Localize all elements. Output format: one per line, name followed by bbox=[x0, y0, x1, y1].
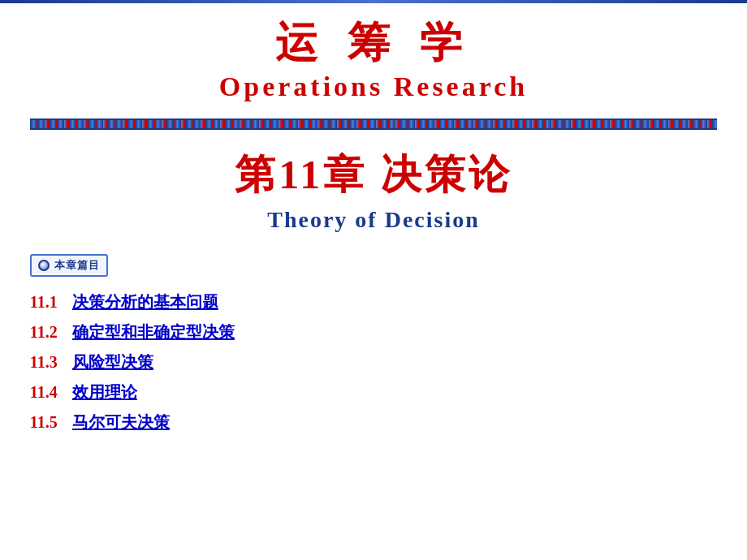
list-item[interactable]: 11.4 效用理论 bbox=[30, 381, 717, 403]
chapter-title-english: Theory of Decision bbox=[0, 207, 747, 233]
list-item[interactable]: 11.5 马尔可夫决策 bbox=[30, 411, 717, 433]
main-title-chinese: 运 筹 学 bbox=[0, 18, 747, 68]
badge-label: 本章篇目 bbox=[54, 258, 100, 273]
list-item[interactable]: 11.1 决策分析的基本问题 bbox=[30, 291, 717, 313]
toc-link-1[interactable]: 决策分析的基本问题 bbox=[72, 291, 218, 313]
slide-container: 运 筹 学 Operations Research 第11章 决策论 Theor… bbox=[0, 0, 747, 560]
toc-link-5[interactable]: 马尔可夫决策 bbox=[72, 411, 170, 433]
toc-link-2[interactable]: 确定型和非确定型决策 bbox=[72, 321, 235, 343]
decorative-divider bbox=[30, 118, 717, 130]
main-title-english: Operations Research bbox=[0, 71, 747, 102]
chapter-badge: 本章篇目 bbox=[30, 254, 108, 277]
toc-link-3[interactable]: 风险型决策 bbox=[72, 351, 153, 373]
toc-number-4: 11.4 bbox=[30, 383, 72, 402]
chapter-title-chinese: 第11章 决策论 bbox=[0, 148, 747, 202]
toc-number-3: 11.3 bbox=[30, 353, 72, 372]
list-item[interactable]: 11.3 风险型决策 bbox=[30, 351, 717, 373]
toc-number-1: 11.1 bbox=[30, 293, 72, 312]
toc-section: 11.1 决策分析的基本问题 11.2 确定型和非确定型决策 11.3 风险型决… bbox=[30, 291, 717, 433]
chapter-section: 第11章 决策论 Theory of Decision bbox=[0, 130, 747, 239]
toc-number-5: 11.5 bbox=[30, 413, 72, 432]
badge-dot-icon bbox=[38, 260, 50, 271]
toc-link-4[interactable]: 效用理论 bbox=[72, 381, 137, 403]
toc-number-2: 11.2 bbox=[30, 323, 72, 342]
header-section: 运 筹 学 Operations Research bbox=[0, 3, 747, 110]
list-item[interactable]: 11.2 确定型和非确定型决策 bbox=[30, 321, 717, 343]
chapter-badge-row: 本章篇目 bbox=[30, 254, 717, 277]
